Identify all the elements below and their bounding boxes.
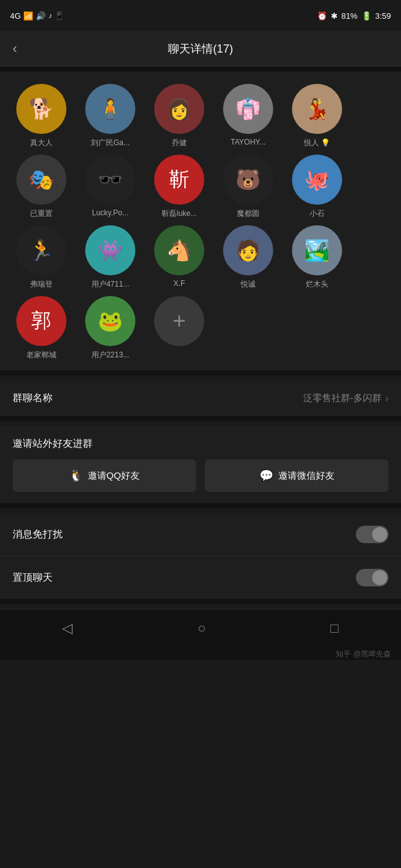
avatar-circle-xinlao: 靳 (154, 155, 204, 205)
avatar-circle-yizhongzhi: 🎭 (16, 155, 66, 205)
page-header: ‹ 聊天详情(17) (0, 31, 401, 66)
avatar-label-fuideng: 弗瑞登 (30, 279, 53, 290)
avatar-item-moduyuan[interactable]: 🐻魔都圆 (217, 155, 279, 219)
invite-title: 邀请站外好友进群 (13, 437, 388, 451)
avatars-section: 🐕真大人🧍刘广民Ga...👩乔健👘TAYOHY...💃悦人 💡🎭已重置🕶️Luc… (0, 71, 401, 370)
avatar-item-zhumu[interactable]: 🏞️烂木头 (286, 225, 348, 290)
wifi-icon: 🔊 (36, 11, 46, 21)
avatar-label-zhumu: 烂木头 (306, 279, 328, 290)
settings-row-mute: 消息免打扰 (0, 513, 401, 556)
invite-wechat-label: 邀请微信好友 (278, 470, 335, 482)
watermark: 知乎 @黑啤先森 (0, 646, 401, 660)
avatar-circle-laojia: 郭 (16, 296, 66, 346)
avatar-item-zhendaren[interactable]: 🐕真大人 (10, 84, 73, 148)
avatar-label-liuguanmin: 刘广民Ga... (91, 138, 130, 148)
avatar-item-luckypo[interactable]: 🕶️Lucky.Po... (79, 155, 142, 219)
invite-wechat-button[interactable]: 💬 邀请微信好友 (205, 459, 388, 492)
status-bar: 4G 📶 🔊 ♪ 📱 ⏰ ✱ 81% 🔋 3:59 (0, 0, 401, 31)
section-divider-3 (0, 503, 401, 508)
signal-icon: 📶 (23, 11, 33, 21)
toggle-mute[interactable] (356, 526, 388, 543)
avatar-item-laojia[interactable]: 郭老家郸城 (10, 296, 73, 360)
battery-text: 81% (341, 11, 358, 21)
avatar-item-yizhongzhi[interactable]: 🎭已重置 (10, 155, 73, 219)
toggle-knob-mute (372, 527, 387, 542)
avatar-item-liuguanmin[interactable]: 🧍刘广民Ga... (79, 84, 142, 148)
avatar-item-xf[interactable]: 🐴X.F (148, 225, 211, 290)
avatar-circle-moduyuan: 🐻 (223, 155, 273, 205)
avatar-circle-liuguanmin: 🧍 (85, 84, 135, 134)
nav-recent-button[interactable]: □ (330, 620, 338, 636)
avatar-item-user2213[interactable]: 🐸用户2213... (79, 296, 142, 360)
invite-section: 邀请站外好友进群 🐧 邀请QQ好友 💬 邀请微信好友 (0, 426, 401, 503)
status-left: 4G 📶 🔊 ♪ 📱 (10, 11, 64, 21)
battery-icon: 🔋 (362, 11, 372, 21)
avatar-circle-user2213: 🐸 (85, 296, 135, 346)
avatar-label-user4711: 用户4711... (91, 279, 130, 290)
avatar-label-laojia: 老家郸城 (26, 350, 56, 360)
avatar-label-yuecheng: 悦诚 (241, 279, 256, 290)
avatar-item-xinlao[interactable]: 靳靳磊luke... (148, 155, 211, 219)
avatar-circle-xiaoshi: 🐙 (292, 155, 342, 205)
network-indicator: 4G (10, 11, 21, 21)
group-name-section: 群聊名称 泛零售社群-多闪群 › (0, 380, 401, 416)
group-name-row[interactable]: 群聊名称 泛零售社群-多闪群 › (0, 380, 401, 416)
avatar-circle-yuecheng: 🧑 (223, 225, 273, 275)
settings-section: 消息免打扰置顶聊天 (0, 513, 401, 599)
avatar-label-qiaojian: 乔健 (172, 138, 187, 148)
status-right: ⏰ ✱ 81% 🔋 3:59 (317, 11, 391, 21)
settings-label-pin: 置顶聊天 (13, 571, 53, 585)
avatar-item-fuideng[interactable]: 🏃弗瑞登 (10, 225, 73, 290)
back-button[interactable]: ‹ (13, 41, 17, 57)
bottom-navigation: ◁ ○ □ (0, 609, 401, 646)
avatar-label-luckypo: Lucky.Po... (92, 208, 128, 217)
alarm-icon: ⏰ (317, 11, 327, 21)
avatar-item-xiaoshi[interactable]: 🐙小石 (286, 155, 348, 219)
wechat-icon: 💬 (259, 469, 273, 483)
avatar-circle-qiaojian: 👩 (154, 84, 204, 134)
settings-row-pin: 置顶聊天 (0, 556, 401, 599)
avatar-circle-add: + (154, 296, 204, 346)
avatar-label-xf: X.F (174, 279, 185, 288)
chevron-right-icon: › (385, 393, 388, 404)
avatar-label-xiaoshi: 小石 (310, 208, 325, 219)
avatar-item-user4711[interactable]: 👾用户4711... (79, 225, 142, 290)
avatar-label-tayohy: TAYOHY... (231, 138, 266, 146)
avatar-circle-yuren: 💃 (292, 84, 342, 134)
bluetooth-icon: ✱ (331, 11, 338, 21)
app-icon: 📱 (55, 11, 64, 20)
avatar-label-user2213: 用户2213... (91, 350, 130, 360)
page-title: 聊天详情(17) (168, 41, 233, 56)
avatars-grid: 🐕真大人🧍刘广民Ga...👩乔健👘TAYOHY...💃悦人 💡🎭已重置🕶️Luc… (10, 84, 391, 360)
avatar-circle-zhendaren: 🐕 (16, 84, 66, 134)
invite-qq-button[interactable]: 🐧 邀请QQ好友 (13, 459, 196, 492)
nav-home-button[interactable]: ○ (197, 620, 206, 636)
avatar-label-moduyuan: 魔都圆 (237, 208, 259, 219)
avatar-circle-luckypo: 🕶️ (85, 155, 135, 205)
avatar-label-xinlao: 靳磊luke... (162, 208, 197, 219)
avatar-circle-xf: 🐴 (154, 225, 204, 275)
qq-icon: 🐧 (69, 469, 83, 483)
section-divider-2 (0, 416, 401, 421)
avatar-label-yuren: 悦人 💡 (304, 138, 330, 148)
avatar-circle-tayohy: 👘 (223, 84, 273, 134)
section-divider-4 (0, 599, 401, 604)
group-name-label: 群聊名称 (13, 392, 53, 405)
avatar-item-add[interactable]: + (148, 296, 211, 360)
nav-back-button[interactable]: ◁ (62, 620, 73, 636)
toggle-knob-pin (372, 570, 387, 585)
section-divider-1 (0, 370, 401, 375)
avatar-item-yuecheng[interactable]: 🧑悦诚 (217, 225, 279, 290)
avatar-circle-user4711: 👾 (85, 225, 135, 275)
settings-label-mute: 消息免打扰 (13, 528, 63, 541)
avatar-label-zhendaren: 真大人 (30, 138, 53, 148)
avatar-item-qiaojian[interactable]: 👩乔健 (148, 84, 211, 148)
invite-qq-label: 邀请QQ好友 (88, 470, 140, 482)
toggle-pin[interactable] (356, 569, 388, 586)
avatar-circle-zhumu: 🏞️ (292, 225, 342, 275)
tiktok-icon: ♪ (48, 11, 52, 20)
avatar-item-tayohy[interactable]: 👘TAYOHY... (217, 84, 279, 148)
group-name-value: 泛零售社群-多闪群 › (303, 392, 388, 404)
avatar-item-yuren[interactable]: 💃悦人 💡 (286, 84, 348, 148)
time-display: 3:59 (375, 11, 391, 21)
